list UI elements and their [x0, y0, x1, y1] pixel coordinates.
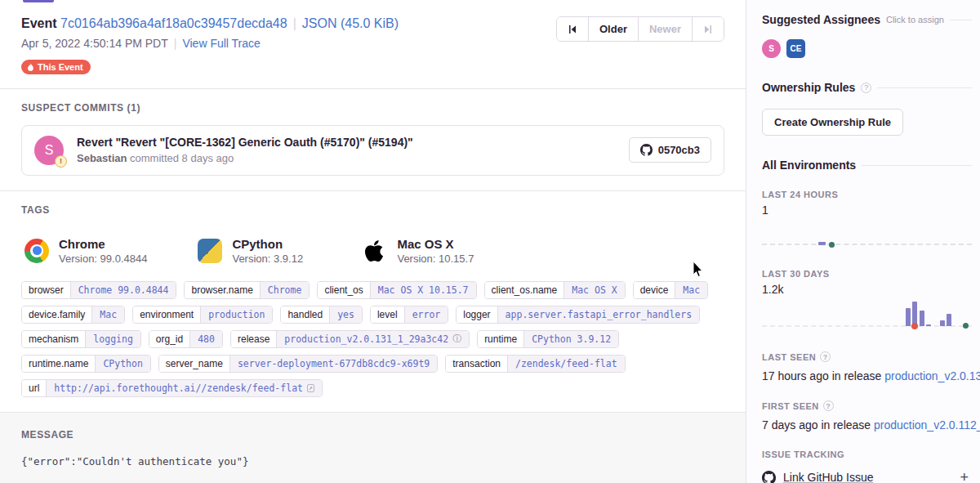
tag-value-text: logging — [93, 333, 132, 345]
view-full-trace-link[interactable]: View Full Trace — [182, 37, 260, 50]
create-ownership-rule-button[interactable]: Create Ownership Rule — [762, 109, 903, 136]
add-issue-link-button[interactable]: + — [960, 470, 969, 483]
tag-value[interactable]: Chrome — [260, 282, 310, 298]
commit-sha-button[interactable]: 0570cb3 — [629, 137, 711, 163]
tag-value[interactable]: CPython — [95, 356, 149, 372]
all-environments-title: All Environments — [762, 159, 856, 172]
event-count-bar — [940, 320, 945, 326]
tags-title: TAGS — [21, 204, 724, 216]
tag-key: url — [22, 380, 46, 396]
commit-message: Revert "Revert "[CORE-1362] Generic Oaut… — [77, 136, 413, 149]
tag-value-text: production — [208, 309, 265, 320]
newer-event-button[interactable]: Newer — [638, 17, 692, 41]
event-nav-button-group: Older Newer — [556, 16, 724, 42]
tag-key: org_id — [149, 331, 189, 347]
tag-value-text: 480 — [198, 333, 215, 345]
tag-pill[interactable]: client_osMac OS X 10.15.7 — [317, 281, 476, 299]
older-event-button[interactable]: Older — [588, 17, 638, 41]
oldest-event-button[interactable] — [557, 17, 588, 41]
help-icon[interactable]: ? — [820, 351, 831, 362]
divider: | — [293, 16, 296, 30]
tag-pill[interactable]: server_nameserver-deployment-677db8cdc9-… — [158, 355, 438, 373]
info-icon[interactable]: ⓘ — [452, 334, 461, 343]
context-item: ChromeVersion: 99.0.4844 — [24, 237, 147, 265]
tag-pill[interactable]: client_os.nameMac OS X — [484, 281, 626, 299]
tag-value[interactable]: Chrome 99.0.4844 — [70, 282, 176, 298]
tag-value[interactable]: Mac OS X 10.15.7 — [370, 282, 476, 298]
tag-value[interactable]: http://api.forethought.ai//zendesk/feed-… — [46, 380, 321, 396]
assignee-avatar[interactable]: S — [762, 39, 781, 58]
tag-value[interactable]: Mac OS X — [564, 282, 624, 298]
tags-section: TAGS ChromeVersion: 99.0.4844CPythonVers… — [0, 191, 746, 412]
event-label: Event — [21, 16, 57, 30]
suggested-assignee-avatars: SCE — [762, 39, 980, 58]
tag-key: device — [634, 282, 675, 298]
last-30d-label: LAST 30 DAYS — [762, 269, 980, 279]
tag-value-text: Mac OS X — [572, 284, 617, 296]
commit-author-avatar: S ! — [34, 136, 64, 165]
tag-pill[interactable]: browser.nameChrome — [184, 281, 310, 299]
tag-value[interactable]: error — [404, 306, 448, 323]
first-seen-label: FIRST SEEN? — [762, 400, 980, 411]
tag-pill[interactable]: releaseproduction_v2.0.131_1_29a3c42ⓘ — [230, 330, 470, 348]
tag-pill[interactable]: loggerapp.server.fastapi_error_handlers — [456, 306, 700, 324]
click-to-assign-hint: Click to assign — [886, 15, 944, 25]
tag-value[interactable]: CPython 3.9.12 — [523, 331, 618, 347]
tag-value[interactable]: production_v2.0.131_1_29a3c42ⓘ — [276, 331, 469, 347]
tag-pill[interactable]: device.familyMac — [21, 306, 125, 324]
header-rule — [877, 87, 972, 88]
release-marker — [911, 323, 918, 329]
link-github-issue-link[interactable]: Link GitHub Issue — [783, 471, 952, 483]
help-icon[interactable]: ? — [861, 83, 871, 93]
tag-pill[interactable]: urlhttp://api.forethought.ai//zendesk/fe… — [21, 379, 323, 397]
tag-value-text: /zendesk/feed-flat — [515, 358, 617, 369]
tag-pill[interactable]: levelerror — [370, 306, 448, 324]
event-count-bar — [906, 308, 911, 326]
tag-value-text: Mac — [683, 284, 700, 296]
tag-key: client_os — [318, 282, 369, 298]
help-icon[interactable]: ? — [823, 400, 834, 411]
first-seen-release-link[interactable]: production_v2.0.112_1_ — [874, 418, 980, 432]
divider: | — [174, 37, 177, 50]
first-seen-text: 7 days ago in release production_v2.0.11… — [762, 418, 980, 432]
tag-value[interactable]: Mac — [675, 282, 707, 298]
newest-event-button[interactable] — [692, 17, 724, 41]
context-version: Version: 3.9.12 — [232, 253, 303, 265]
tag-pills: browserChrome 99.0.4844browser.nameChrom… — [21, 281, 724, 397]
tag-value[interactable]: Mac — [91, 306, 124, 323]
tag-value[interactable]: 480 — [189, 331, 222, 347]
tag-value[interactable]: app.server.fastapi_error_handlers — [497, 306, 699, 323]
tag-pill[interactable]: environmentproduction — [132, 306, 273, 324]
ownership-rules-header: Ownership Rules ? — [762, 81, 972, 94]
tag-pill[interactable]: deviceMac — [633, 281, 708, 299]
context-summary-row: ChromeVersion: 99.0.4844CPythonVersion: … — [24, 237, 724, 265]
ownership-rules-title: Ownership Rules — [762, 81, 855, 94]
tag-value[interactable]: logging — [85, 331, 140, 347]
external-link-icon[interactable]: ↗ — [307, 384, 314, 392]
tag-value[interactable]: server-deployment-677db8cdc9-x69t9 — [229, 356, 437, 372]
tag-value-text: Mac — [100, 309, 117, 320]
tag-value[interactable]: yes — [329, 306, 362, 323]
tag-pill[interactable]: transaction/zendesk/feed-flat — [445, 355, 625, 373]
issue-tracking-label: ISSUE TRACKING — [762, 449, 980, 459]
tag-pill[interactable]: org_id480 — [149, 330, 223, 348]
flame-icon — [27, 63, 34, 72]
event-header: Event 7c0164ab396a4af18a0c39457decda48|J… — [0, 0, 746, 75]
this-event-badge: This Event — [21, 60, 91, 74]
tag-value-text: http://api.forethought.ai//zendesk/feed-… — [54, 382, 303, 394]
json-download-link[interactable]: JSON (45.0 KiB) — [302, 16, 399, 30]
tag-pill[interactable]: runtimeCPython 3.9.12 — [477, 330, 619, 348]
tag-pill[interactable]: handledyes — [280, 306, 363, 324]
tag-pill[interactable]: mechanismlogging — [21, 330, 141, 348]
tag-value[interactable]: /zendesk/feed-flat — [507, 356, 625, 372]
tag-pill[interactable]: browserChrome 99.0.4844 — [21, 281, 176, 299]
last-seen-release-link[interactable]: production_v2.0.131_1 — [884, 369, 980, 382]
assignee-avatar[interactable]: CE — [786, 39, 805, 58]
event-count-bar — [926, 324, 931, 326]
tag-pill[interactable]: runtime.nameCPython — [21, 355, 151, 373]
commit-meta: Sebastian committed 8 days ago — [77, 152, 413, 164]
all-environments-header: All Environments — [762, 159, 972, 172]
tag-value-text: error — [412, 309, 441, 320]
tag-value[interactable]: production — [200, 306, 272, 323]
event-id-link[interactable]: 7c0164ab396a4af18a0c39457decda48 — [60, 16, 287, 30]
